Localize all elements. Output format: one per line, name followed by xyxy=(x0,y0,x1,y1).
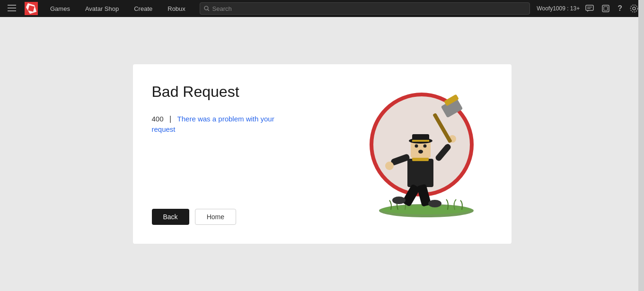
svg-rect-34 xyxy=(432,113,452,144)
svg-rect-11 xyxy=(602,5,609,12)
svg-rect-25 xyxy=(412,140,429,142)
svg-rect-28 xyxy=(434,143,452,162)
svg-point-14 xyxy=(631,5,638,12)
svg-point-13 xyxy=(633,7,635,10)
chat-icon[interactable] xyxy=(583,4,596,13)
svg-rect-0 xyxy=(8,5,16,6)
scrollbar[interactable] xyxy=(638,0,644,291)
svg-rect-18 xyxy=(412,157,429,161)
username-display: Woofy1009 : 13+ xyxy=(537,5,580,12)
error-card: Bad Request 400 | There was a problem wi… xyxy=(133,64,512,244)
svg-point-6 xyxy=(204,6,208,10)
hamburger-icon[interactable] xyxy=(4,2,20,16)
error-code-line: 400 | There was a problem with your xyxy=(152,115,351,123)
main-content: Bad Request 400 | There was a problem wi… xyxy=(0,17,644,291)
nav-right: Woofy1009 : 13+ ? xyxy=(537,3,640,14)
search-bar[interactable] xyxy=(200,2,530,15)
error-title: Bad Request xyxy=(152,83,351,101)
error-illustration xyxy=(360,83,493,225)
nav-link-games[interactable]: Games xyxy=(43,0,78,17)
svg-rect-8 xyxy=(586,5,593,10)
error-divider: | xyxy=(169,115,171,123)
svg-point-31 xyxy=(392,197,406,204)
svg-line-7 xyxy=(208,9,209,11)
svg-rect-2 xyxy=(8,10,16,11)
svg-rect-12 xyxy=(604,7,608,10)
nav-link-robux[interactable]: Robux xyxy=(160,0,193,17)
error-message-line2: request xyxy=(152,125,351,133)
nav-links: Games Avatar Shop Create Robux xyxy=(43,0,193,17)
error-actions: Back Home xyxy=(152,209,351,225)
error-message-part2: request xyxy=(152,125,176,133)
help-icon[interactable]: ? xyxy=(616,3,624,14)
svg-point-33 xyxy=(428,200,441,207)
nav-link-avatar-shop[interactable]: Avatar Shop xyxy=(78,0,126,17)
roblox-logo[interactable] xyxy=(25,2,38,15)
home-button[interactable]: Home xyxy=(195,209,236,225)
search-input[interactable] xyxy=(212,5,526,12)
navbar: Games Avatar Shop Create Robux Woofy1009… xyxy=(0,0,644,17)
svg-point-22 xyxy=(418,150,423,154)
svg-point-20 xyxy=(415,145,418,148)
search-icon xyxy=(204,6,210,11)
svg-point-21 xyxy=(423,145,426,148)
error-message: There was a problem with your xyxy=(177,115,274,123)
nav-link-create[interactable]: Create xyxy=(126,0,160,17)
back-button[interactable]: Back xyxy=(152,209,189,225)
svg-rect-1 xyxy=(8,8,16,9)
svg-point-27 xyxy=(385,162,394,170)
svg-point-16 xyxy=(381,205,471,214)
character-container xyxy=(365,83,488,220)
shield-icon[interactable] xyxy=(600,3,612,14)
error-text-section: Bad Request 400 | There was a problem wi… xyxy=(152,83,360,225)
svg-rect-17 xyxy=(407,159,433,187)
error-code: 400 xyxy=(152,115,164,123)
